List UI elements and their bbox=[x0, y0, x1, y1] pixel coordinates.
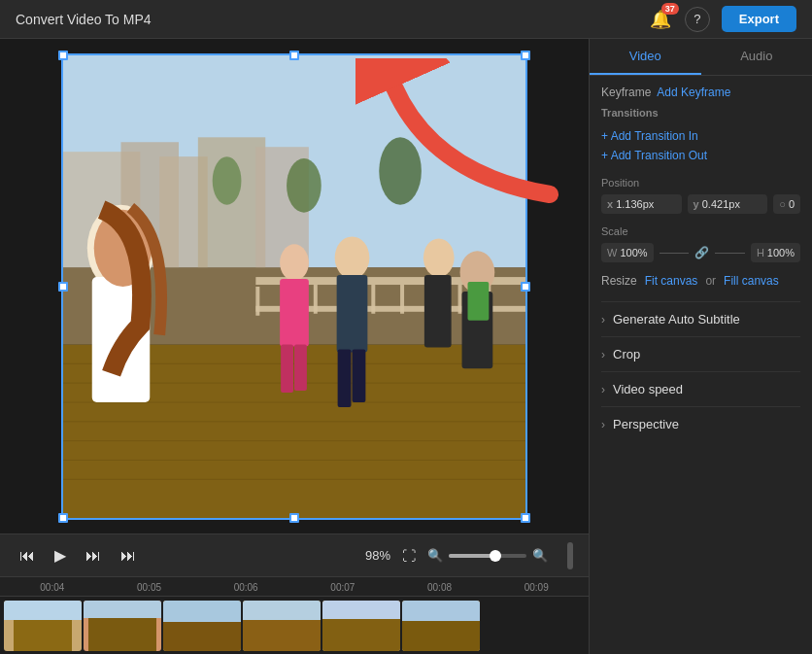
position-y-label: y bbox=[694, 198, 699, 210]
zoom-slider-thumb[interactable] bbox=[490, 550, 501, 562]
scale-height-field[interactable]: H 100% bbox=[751, 243, 800, 262]
right-panel: Video Audio Keyframe Add Keyframe Transi… bbox=[589, 39, 812, 654]
help-button[interactable]: ? bbox=[685, 7, 710, 32]
perspective-label: Perspective bbox=[613, 417, 679, 431]
or-separator: or bbox=[705, 274, 716, 288]
play-button[interactable]: ▶ bbox=[51, 544, 70, 567]
svg-rect-39 bbox=[281, 344, 293, 393]
svg-rect-34 bbox=[337, 275, 368, 352]
svg-rect-56 bbox=[243, 601, 321, 620]
tab-video[interactable]: Video bbox=[590, 39, 701, 75]
svg-point-8 bbox=[287, 158, 321, 213]
generate-auto-subtitle-section[interactable]: › Generate Auto Subtitle bbox=[601, 301, 800, 336]
header: Convert Video To MP4 🔔 37 ? Export bbox=[0, 0, 812, 39]
svg-rect-62 bbox=[402, 601, 480, 621]
timeline-thumb-5[interactable] bbox=[322, 601, 400, 651]
timeline-ruler: 00:04 00:05 00:06 00:07 00:08 00:09 bbox=[0, 577, 589, 597]
expand-chevron-3: › bbox=[601, 418, 605, 431]
fill-canvas-button[interactable]: Fill canvas bbox=[724, 274, 779, 288]
video-content bbox=[63, 55, 525, 518]
tab-audio[interactable]: Audio bbox=[701, 39, 813, 75]
svg-rect-63 bbox=[402, 621, 480, 651]
header-actions: 🔔 37 ? Export bbox=[648, 6, 796, 32]
timeline-thumb-1[interactable] bbox=[4, 601, 82, 651]
timeline-mark-3: 00:07 bbox=[294, 582, 391, 593]
handle-bottom-left[interactable] bbox=[58, 513, 68, 523]
main-content: ⏮ ▶ ⏭ ⏭ 98% ⛶ 🔍 🔍 00:04 00:05 bbox=[0, 39, 812, 654]
add-transition-out-button[interactable]: + Add Transition Out bbox=[601, 146, 800, 165]
rotation-field[interactable]: ○ 0 bbox=[773, 194, 800, 214]
scale-divider bbox=[660, 253, 690, 254]
playback-controls: ⏮ ▶ ⏭ ⏭ 98% ⛶ 🔍 🔍 bbox=[0, 534, 589, 576]
timeline-thumb-3[interactable] bbox=[163, 601, 241, 651]
svg-rect-38 bbox=[280, 279, 309, 346]
svg-rect-50 bbox=[84, 601, 161, 618]
svg-rect-40 bbox=[294, 344, 307, 391]
timeline-mark-4: 00:08 bbox=[391, 582, 489, 593]
svg-rect-60 bbox=[322, 619, 400, 651]
notifications-button[interactable]: 🔔 37 bbox=[648, 7, 673, 32]
position-x-field[interactable]: x 1.136px bbox=[601, 194, 682, 214]
position-x-value: 1.136px bbox=[616, 198, 654, 210]
handle-bottom-mid[interactable] bbox=[289, 513, 299, 523]
crop-section[interactable]: › Crop bbox=[601, 336, 800, 371]
scale-width-field[interactable]: W 100% bbox=[601, 243, 654, 262]
svg-point-41 bbox=[423, 238, 455, 277]
keyframe-label: Keyframe bbox=[601, 86, 651, 99]
skip-end-button[interactable]: ⏭ bbox=[117, 545, 140, 567]
add-transition-in-button[interactable]: + Add Transition In bbox=[601, 126, 800, 146]
link-icon[interactable]: 🔗 bbox=[694, 246, 709, 259]
rotate-icon: ○ bbox=[779, 198, 786, 210]
svg-rect-42 bbox=[424, 275, 452, 347]
fast-forward-button[interactable]: ⏭ bbox=[82, 545, 105, 567]
position-section: Position x 1.136px y 0.421px ○ 0 bbox=[601, 177, 800, 214]
zoom-out-icon[interactable]: 🔍 bbox=[427, 548, 443, 563]
svg-rect-48 bbox=[14, 620, 72, 651]
svg-rect-47 bbox=[4, 601, 82, 620]
timeline-tracks[interactable] bbox=[0, 597, 589, 654]
transitions-section: Transitions + Add Transition In + Add Tr… bbox=[601, 107, 800, 165]
resize-row: Resize Fit canvas or Fill canvas bbox=[601, 274, 800, 288]
zoom-slider-fill bbox=[449, 554, 495, 558]
zoom-in-icon[interactable]: 🔍 bbox=[532, 548, 548, 563]
scale-w-value: 100% bbox=[620, 247, 647, 258]
notification-badge: 37 bbox=[661, 3, 679, 15]
handle-mid-right[interactable] bbox=[521, 282, 530, 292]
timeline-mark-0: 00:04 bbox=[4, 582, 101, 593]
scale-h-value: 100% bbox=[767, 247, 795, 258]
perspective-section[interactable]: › Perspective bbox=[601, 406, 800, 441]
export-button[interactable]: Export bbox=[722, 6, 796, 32]
timeline-thumb-4[interactable] bbox=[243, 601, 321, 651]
video-frame bbox=[61, 53, 527, 520]
video-speed-section[interactable]: › Video speed bbox=[601, 371, 800, 406]
handle-top-left[interactable] bbox=[58, 51, 68, 60]
volume-bar[interactable] bbox=[567, 542, 573, 569]
fit-canvas-button[interactable]: Fit canvas bbox=[645, 274, 698, 288]
svg-rect-57 bbox=[243, 620, 321, 651]
fullscreen-button[interactable]: ⛶ bbox=[402, 548, 416, 564]
panel-tabs: Video Audio bbox=[590, 39, 812, 76]
zoom-slider[interactable] bbox=[449, 554, 526, 558]
timeline-thumb-2[interactable] bbox=[84, 601, 161, 651]
svg-rect-51 bbox=[88, 618, 156, 651]
add-keyframe-button[interactable]: Add Keyframe bbox=[657, 86, 730, 99]
scale-divider-2 bbox=[715, 253, 745, 254]
scale-section: Scale W 100% 🔗 H 100% bbox=[601, 225, 800, 262]
video-preview bbox=[0, 39, 589, 534]
timeline-thumb-6[interactable] bbox=[402, 601, 480, 651]
position-y-value: 0.421px bbox=[702, 198, 740, 210]
position-x-label: x bbox=[607, 198, 613, 210]
zoom-controls: 🔍 🔍 bbox=[427, 548, 548, 563]
transitions-label: Transitions bbox=[601, 107, 800, 119]
handle-top-mid[interactable] bbox=[289, 51, 299, 60]
rewind-button[interactable]: ⏮ bbox=[16, 545, 39, 567]
svg-rect-35 bbox=[338, 349, 352, 407]
resize-label: Resize bbox=[601, 274, 637, 288]
svg-rect-53 bbox=[163, 601, 241, 622]
panel-content: Keyframe Add Keyframe Transitions + Add … bbox=[590, 76, 812, 654]
handle-bottom-right[interactable] bbox=[521, 513, 530, 523]
handle-top-right[interactable] bbox=[521, 51, 530, 60]
timeline-marks: 00:04 00:05 00:06 00:07 00:08 00:09 bbox=[0, 582, 589, 593]
handle-mid-left[interactable] bbox=[58, 282, 68, 292]
position-y-field[interactable]: y 0.421px bbox=[688, 194, 768, 214]
